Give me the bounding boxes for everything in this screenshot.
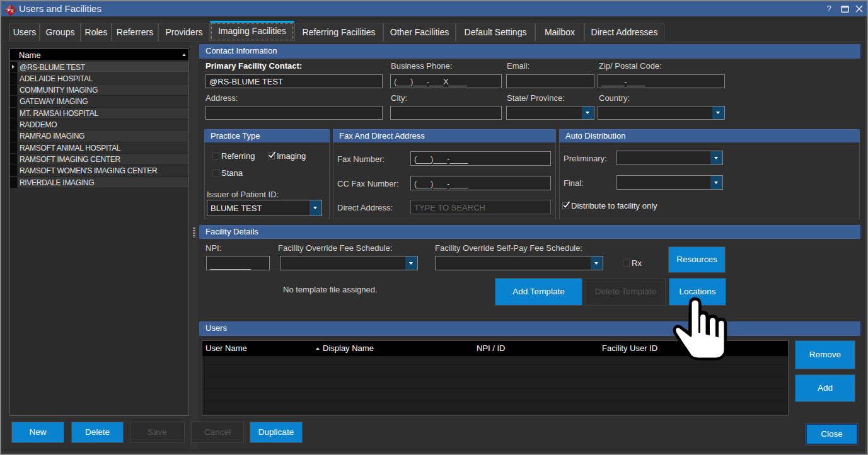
svg-text:R: R [11,9,14,13]
